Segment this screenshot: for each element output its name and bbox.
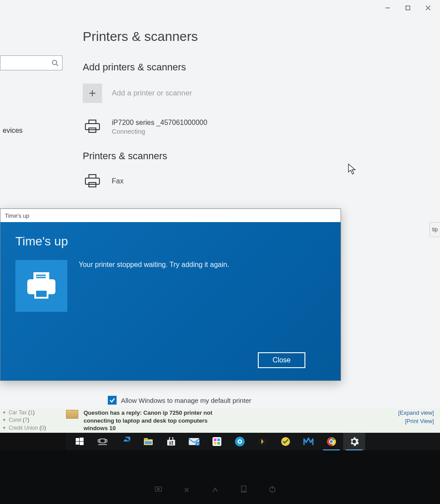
maximize-button[interactable] bbox=[398, 0, 418, 16]
svg-rect-20 bbox=[80, 442, 84, 445]
printer-icon bbox=[83, 118, 102, 135]
dialog-titlebar: Time's up bbox=[0, 209, 341, 222]
sidebar-item-devices[interactable]: evices bbox=[0, 123, 66, 138]
svg-rect-30 bbox=[172, 441, 173, 443]
svg-rect-31 bbox=[169, 443, 171, 445]
svg-rect-17 bbox=[76, 438, 79, 441]
printer-icon bbox=[83, 172, 102, 190]
pending-device-status: Connecting bbox=[112, 128, 207, 135]
svg-rect-23 bbox=[105, 440, 107, 442]
svg-rect-12 bbox=[34, 273, 48, 280]
background-window: + Car Tax (1) + Corel (7) + Credit Union… bbox=[0, 408, 440, 433]
device-row[interactable]: Fax bbox=[83, 172, 427, 190]
svg-point-48 bbox=[330, 440, 333, 443]
antivirus-icon[interactable] bbox=[275, 433, 297, 450]
file-explorer-icon[interactable] bbox=[137, 433, 159, 450]
minimize-button[interactable] bbox=[378, 0, 398, 16]
svg-rect-1 bbox=[406, 6, 410, 10]
checkbox-checked-icon bbox=[108, 396, 117, 405]
svg-rect-27 bbox=[145, 441, 152, 444]
pending-device-name: iP7200 series _457061000000 bbox=[112, 119, 207, 127]
svg-rect-37 bbox=[214, 438, 216, 441]
add-printer-label: Add a printer or scanner bbox=[112, 89, 192, 98]
start-icon[interactable] bbox=[69, 433, 91, 450]
svg-text:4: 4 bbox=[197, 442, 198, 446]
svg-point-43 bbox=[239, 441, 241, 443]
notification-row[interactable]: Question has a reply: Canon ip 7250 prin… bbox=[66, 408, 392, 433]
search-icon bbox=[51, 59, 59, 66]
svg-rect-26 bbox=[144, 438, 148, 440]
svg-rect-29 bbox=[169, 442, 171, 443]
svg-rect-39 bbox=[214, 442, 216, 445]
app-icon[interactable] bbox=[206, 433, 228, 450]
malwarebytes-icon[interactable] bbox=[297, 433, 319, 450]
volume-up-icon bbox=[211, 486, 219, 495]
default-printer-label: Allow Windows to manage my default print… bbox=[121, 397, 251, 404]
timeout-dialog: Time's up Time's up Your printer stopped… bbox=[0, 208, 341, 381]
mail-icon[interactable]: 4 bbox=[183, 433, 205, 450]
tips-handle[interactable]: tip bbox=[429, 222, 440, 237]
close-button[interactable] bbox=[418, 0, 438, 16]
tree-item[interactable]: + Car Tax (1) bbox=[3, 409, 63, 416]
svg-line-5 bbox=[56, 64, 58, 66]
device-name: Fax bbox=[112, 177, 124, 185]
tree-item[interactable]: + Corel (7) bbox=[3, 416, 63, 424]
notification-text: Question has a reply: Canon ip 7250 prin… bbox=[84, 409, 224, 432]
svg-rect-22 bbox=[98, 440, 100, 442]
task-view-icon[interactable] bbox=[92, 433, 114, 450]
svg-rect-6 bbox=[89, 120, 96, 124]
svg-point-50 bbox=[158, 488, 159, 490]
tree-item[interactable]: + Credit Union (0) bbox=[3, 424, 63, 432]
section-add-title: Add printers & scanners bbox=[83, 62, 427, 73]
add-printer-row[interactable]: + Add a printer or scanner bbox=[83, 84, 427, 103]
print-view-link[interactable]: [Print View] bbox=[398, 417, 434, 426]
dialog-heading: Time's up bbox=[15, 234, 326, 248]
svg-rect-10 bbox=[85, 178, 99, 184]
power-icon bbox=[268, 485, 276, 495]
default-printer-checkbox[interactable]: Allow Windows to manage my default print… bbox=[108, 396, 251, 405]
envelope-icon bbox=[66, 410, 78, 419]
page-title: Printers & scanners bbox=[83, 29, 427, 44]
dialog-message: Your printer stopped waiting. Try adding… bbox=[79, 261, 229, 269]
pending-device-row[interactable]: iP7200 series _457061000000 Connecting bbox=[83, 118, 427, 135]
chrome-icon[interactable] bbox=[320, 433, 342, 450]
section-list-title: Printers & scanners bbox=[83, 150, 427, 162]
svg-rect-18 bbox=[80, 438, 84, 441]
settings-icon[interactable] bbox=[343, 433, 365, 450]
plex-icon[interactable] bbox=[252, 433, 274, 450]
window-titlebar bbox=[0, 0, 440, 16]
search-input[interactable] bbox=[0, 55, 62, 70]
svg-rect-16 bbox=[35, 290, 48, 298]
expand-view-link[interactable]: [Expand view] bbox=[398, 409, 434, 417]
camera-icon[interactable] bbox=[229, 433, 251, 450]
svg-rect-32 bbox=[172, 443, 173, 445]
svg-rect-28 bbox=[167, 440, 175, 446]
svg-rect-51 bbox=[242, 486, 246, 491]
folder-tree[interactable]: + Car Tax (1) + Corel (7) + Credit Union… bbox=[0, 408, 66, 433]
svg-rect-19 bbox=[76, 442, 79, 445]
laptop-bezel bbox=[0, 450, 440, 504]
edge-icon[interactable] bbox=[114, 433, 136, 450]
svg-rect-38 bbox=[217, 438, 220, 441]
svg-rect-21 bbox=[100, 439, 105, 443]
taskbar: 4 bbox=[66, 433, 440, 450]
mouse-cursor-icon bbox=[348, 163, 356, 175]
svg-rect-7 bbox=[85, 124, 99, 130]
dialog-close-button[interactable]: Close bbox=[258, 352, 305, 368]
svg-point-4 bbox=[52, 60, 57, 65]
airplane-icon bbox=[239, 485, 248, 495]
volume-down-icon bbox=[183, 486, 191, 495]
plus-icon: + bbox=[83, 84, 102, 103]
printer-tile-icon bbox=[15, 260, 67, 312]
svg-rect-40 bbox=[217, 442, 220, 445]
store-icon[interactable] bbox=[160, 433, 182, 450]
svg-rect-9 bbox=[89, 175, 96, 178]
brightness-down-icon bbox=[154, 485, 163, 496]
